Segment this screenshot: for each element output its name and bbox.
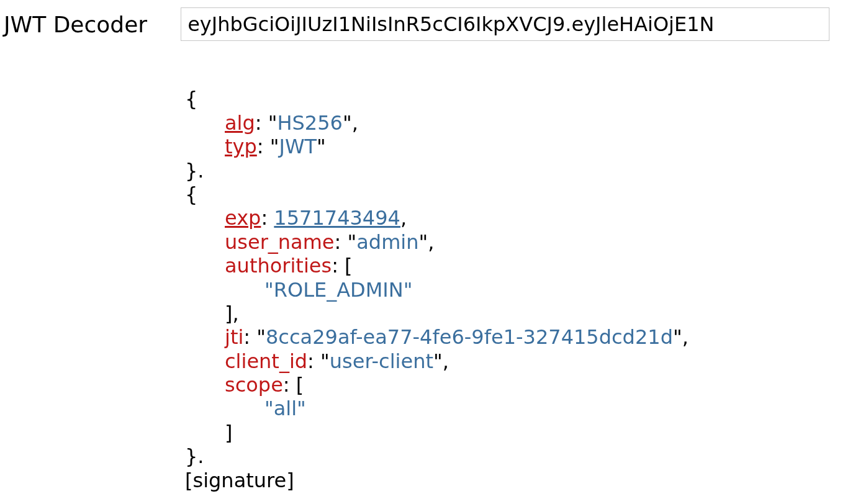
page-title: JWT Decoder <box>4 12 147 37</box>
brace-close-dot: }. <box>185 159 204 182</box>
val-exp[interactable]: 1571743494 <box>274 206 400 230</box>
val-jti: 8cca29af-ea77-4fe6-9fe1-327415dcd21d <box>266 325 673 349</box>
key-authorities: authorities <box>225 254 332 277</box>
val-scope-0: "all" <box>264 397 306 420</box>
val-typ: JWT <box>279 135 317 158</box>
key-scope: scope <box>225 373 283 397</box>
punc: ", <box>673 325 689 349</box>
header-bar: JWT Decoder <box>0 0 858 41</box>
punc: : " <box>335 230 357 254</box>
punc: : <box>261 206 274 230</box>
key-typ[interactable]: typ <box>225 135 257 158</box>
punc: : " <box>257 135 279 158</box>
brace-open: { <box>185 87 197 110</box>
brace-open: { <box>185 182 197 206</box>
jwt-input[interactable] <box>181 7 829 41</box>
punc: : " <box>307 349 330 373</box>
key-client-id: client_id <box>225 349 307 373</box>
val-authorities-0: "ROLE_ADMIN" <box>264 278 412 302</box>
brace-close-dot: }. <box>185 444 204 468</box>
key-alg[interactable]: alg <box>225 111 255 135</box>
punc: : " <box>243 325 266 349</box>
punc: ", <box>433 349 449 373</box>
punc: ", <box>343 111 358 135</box>
bracket-open: [ <box>345 254 352 277</box>
bracket-open: [ <box>296 373 304 397</box>
key-exp[interactable]: exp <box>225 206 261 230</box>
val-client-id: user-client <box>330 349 433 373</box>
punc: : <box>332 254 345 277</box>
bracket-close: ] <box>225 421 232 444</box>
decoded-output: { alg: "HS256", typ: "JWT" }. { exp: 157… <box>185 63 858 492</box>
val-user-name: admin <box>356 230 418 254</box>
key-jti: jti <box>225 325 243 349</box>
signature-placeholder: [signature] <box>185 469 294 492</box>
key-user-name: user_name <box>225 230 335 254</box>
punc: " <box>317 135 326 158</box>
punc: : " <box>255 111 278 135</box>
punc: , <box>400 206 407 230</box>
punc: : <box>283 373 296 397</box>
val-alg: HS256 <box>277 111 342 135</box>
punc: ", <box>418 230 434 254</box>
bracket-close-comma: ], <box>225 302 239 325</box>
